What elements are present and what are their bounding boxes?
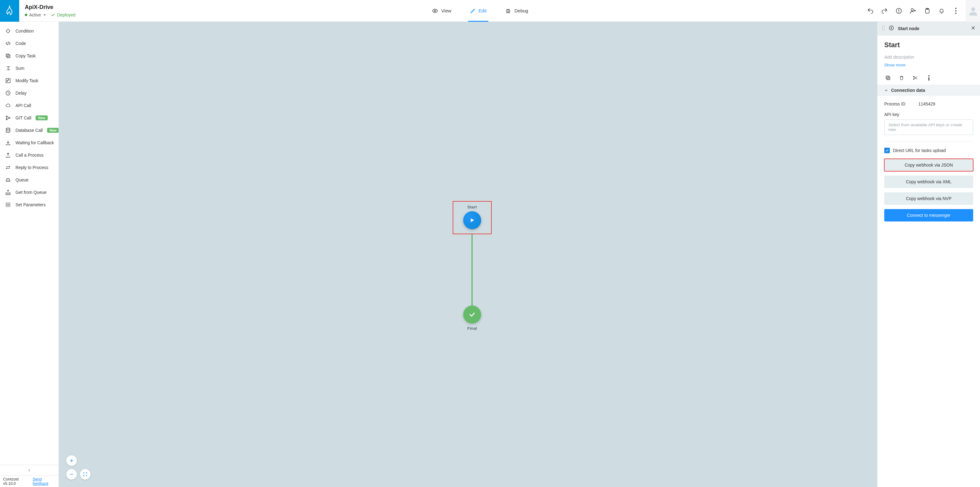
tab-debug[interactable]: Debug xyxy=(503,0,530,21)
scissors-icon xyxy=(912,75,918,80)
svg-point-23 xyxy=(882,28,883,29)
description-field[interactable]: Add description xyxy=(884,54,973,59)
palette-code[interactable]: Code xyxy=(0,37,59,49)
node-palette-list: Condition Code Copy Task Sum Modify Task xyxy=(0,22,59,465)
properties-panel: Start node Start Add description Show mo… xyxy=(877,22,980,487)
node-name[interactable]: Start xyxy=(884,41,973,49)
copy-icon xyxy=(5,53,11,59)
svg-point-3 xyxy=(911,8,913,11)
palette-get-queue[interactable]: Get from Queue xyxy=(0,186,59,198)
diamond-icon xyxy=(5,28,11,34)
svg-rect-10 xyxy=(6,29,10,33)
tab-edit[interactable]: Edit xyxy=(468,0,488,21)
palette-call-process[interactable]: Call a Process xyxy=(0,149,59,161)
copy-node-button[interactable] xyxy=(884,74,892,81)
final-node[interactable] xyxy=(463,305,481,324)
palette-modify-task[interactable]: Modify Task xyxy=(0,75,59,87)
palette-item-label: Database Call xyxy=(16,128,43,133)
process-id-label: Process ID xyxy=(884,101,918,106)
zoom-in-button[interactable] xyxy=(66,455,77,466)
status-label: Active xyxy=(29,13,41,18)
play-icon xyxy=(469,217,475,224)
tab-view[interactable]: View xyxy=(430,0,453,21)
svg-point-22 xyxy=(884,26,885,27)
mode-tabs: View Edit Debug xyxy=(100,0,861,21)
fullscreen-icon xyxy=(83,472,88,477)
feedback-link[interactable]: Send feedback xyxy=(33,477,56,486)
redo-button[interactable] xyxy=(881,7,888,14)
panel-header-title: Start node xyxy=(898,26,967,31)
panel-close-button[interactable] xyxy=(971,25,976,32)
palette-condition[interactable]: Condition xyxy=(0,25,59,37)
git-icon xyxy=(5,115,11,121)
tab-debug-label: Debug xyxy=(514,8,528,13)
list-icon xyxy=(5,202,11,208)
palette-git-call[interactable]: GIT Call New xyxy=(0,112,59,124)
clipboard-icon xyxy=(924,8,931,14)
notifications-button[interactable] xyxy=(938,7,945,14)
svg-point-7 xyxy=(955,10,956,11)
api-key-label: API key xyxy=(884,112,973,117)
drag-handle-icon[interactable] xyxy=(882,26,885,31)
svg-point-32 xyxy=(928,75,929,77)
status-dropdown[interactable]: Active xyxy=(25,13,46,18)
palette-set-parameters[interactable]: Set Parameters xyxy=(0,198,59,211)
deployed-indicator: Deployed xyxy=(51,13,75,18)
more-button[interactable] xyxy=(952,7,959,14)
app-logo[interactable] xyxy=(0,0,19,22)
errors-button[interactable] xyxy=(895,7,902,14)
palette-item-label: Condition xyxy=(16,29,34,34)
svg-point-25 xyxy=(882,29,883,30)
status-dot-icon xyxy=(25,14,27,16)
section-connection-data[interactable]: Connection data xyxy=(877,85,980,96)
zoom-fit-button[interactable] xyxy=(80,469,91,479)
palette-item-label: API Call xyxy=(16,103,31,108)
direct-url-checkbox[interactable] xyxy=(884,148,890,153)
svg-point-16 xyxy=(6,119,8,120)
svg-rect-29 xyxy=(887,77,890,80)
tab-edit-label: Edit xyxy=(479,8,487,13)
api-key-select[interactable]: Select from available API keys or create… xyxy=(884,120,973,135)
undo-icon xyxy=(867,8,874,14)
clipboard-button[interactable] xyxy=(924,7,931,14)
svg-rect-33 xyxy=(929,77,929,81)
delete-node-button[interactable] xyxy=(898,74,905,81)
copy-webhook-nvp-button[interactable]: Copy webhook via NVP xyxy=(884,192,973,205)
new-badge: New xyxy=(36,115,48,120)
palette-reply-process[interactable]: Reply to Process xyxy=(0,161,59,174)
undo-button[interactable] xyxy=(867,7,874,14)
outbox-icon xyxy=(5,189,11,195)
check-icon xyxy=(885,148,889,152)
process-canvas[interactable]: Start Final xyxy=(59,22,877,487)
share-button[interactable] xyxy=(909,7,917,14)
user-avatar[interactable] xyxy=(966,0,980,22)
start-node[interactable] xyxy=(463,211,481,229)
copy-webhook-xml-button[interactable]: Copy webhook via XML xyxy=(884,176,973,188)
info-icon xyxy=(928,75,930,81)
redo-icon xyxy=(881,8,888,14)
palette-database-call[interactable]: Database Call New xyxy=(0,124,59,136)
palette-queue[interactable]: Queue xyxy=(0,174,59,186)
palette-sum[interactable]: Sum xyxy=(0,62,59,75)
palette-item-label: Delay xyxy=(16,91,27,96)
svg-rect-11 xyxy=(6,54,9,57)
palette-copy-task[interactable]: Copy Task xyxy=(0,49,59,62)
palette-delay[interactable]: Delay xyxy=(0,87,59,99)
svg-point-8 xyxy=(955,13,956,14)
copy-webhook-json-button[interactable]: Copy webhook via JSON xyxy=(884,159,973,171)
info-button[interactable] xyxy=(925,74,932,81)
palette-item-label: Sum xyxy=(16,66,24,71)
sidebar-collapse-button[interactable] xyxy=(0,465,59,475)
deployed-label: Deployed xyxy=(57,13,75,18)
svg-point-9 xyxy=(971,8,975,11)
pencil-icon xyxy=(470,8,476,14)
connect-messenger-button[interactable]: Connect to messenger xyxy=(884,209,973,222)
palette-waiting-callback[interactable]: Waiting for Callback xyxy=(0,136,59,149)
palette-item-label: Set Parameters xyxy=(16,202,46,207)
svg-point-26 xyxy=(884,29,885,30)
svg-point-20 xyxy=(85,474,86,474)
zoom-out-button[interactable] xyxy=(66,469,77,479)
show-more-link[interactable]: Show more xyxy=(884,63,905,67)
palette-api-call[interactable]: API Call xyxy=(0,99,59,112)
disconnect-edges-button[interactable] xyxy=(912,74,919,81)
